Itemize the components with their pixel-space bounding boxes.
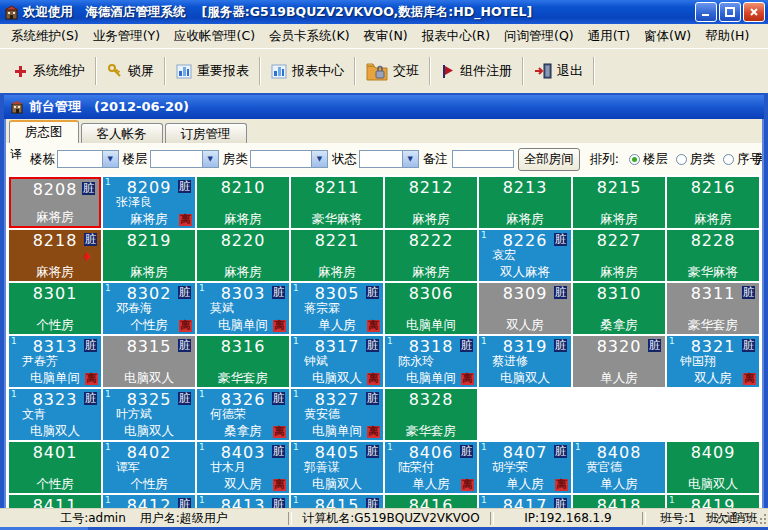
room-cell-8309[interactable]: 8309脏双人房 bbox=[479, 283, 571, 334]
room-cell-8211[interactable]: 8211豪华麻将 bbox=[291, 177, 383, 228]
room-cell-8222[interactable]: 8222麻将房 bbox=[385, 230, 477, 281]
all-rooms-button[interactable]: 全部房间 bbox=[518, 148, 580, 171]
room-cell-8219[interactable]: 8219麻将房 bbox=[103, 230, 195, 281]
room-cell-8407[interactable]: 18407脏胡学荣单人房离 bbox=[479, 442, 571, 493]
room-cell-8311[interactable]: 8311脏豪华套房 bbox=[667, 283, 759, 334]
room-cell-8321[interactable]: 18321脏钟国翔双人房离 bbox=[667, 336, 759, 387]
room-cell-8303[interactable]: 18303脏莫斌电脑单间离 bbox=[197, 283, 289, 334]
room-type-select[interactable]: ▼ bbox=[250, 150, 328, 168]
room-cell-8317[interactable]: 18317脏钟斌电脑双人离 bbox=[291, 336, 383, 387]
room-type: 豪华套房 bbox=[667, 317, 759, 332]
room-type: 麻将房 bbox=[103, 264, 195, 279]
toolbar-report-center-button[interactable]: 报表中心 bbox=[262, 57, 353, 85]
room-cell-8310[interactable]: 8310桑拿房 bbox=[573, 283, 665, 334]
room-cell-8419[interactable]: 18419 bbox=[667, 495, 759, 508]
room-cell-8415[interactable]: 18415脏 bbox=[291, 495, 383, 508]
toolbar-component-register-button[interactable]: 组件注册 bbox=[432, 57, 521, 85]
radio-icon bbox=[723, 154, 734, 165]
room-cell-8220[interactable]: 8220麻将房 bbox=[197, 230, 289, 281]
room-cell-8402[interactable]: 18402谭军个性房 bbox=[103, 442, 195, 493]
room-cell-8403[interactable]: 18403脏甘木月双人房离 bbox=[197, 442, 289, 493]
menu-item-window[interactable]: 窗体(W) bbox=[637, 25, 698, 48]
room-cell-8405[interactable]: 18405脏郭善谋电脑双人 bbox=[291, 442, 383, 493]
room-cell-8320[interactable]: 8320脏单人房 bbox=[573, 336, 665, 387]
menu-item-inquiry[interactable]: 问询管理(Q) bbox=[497, 25, 581, 48]
room-cell-8318[interactable]: 18318脏陈永玲电脑单间离 bbox=[385, 336, 477, 387]
room-cell-8210[interactable]: 8210麻将房 bbox=[197, 177, 289, 228]
close-button[interactable] bbox=[743, 2, 765, 22]
room-cell-8315[interactable]: 8315脏电脑双人 bbox=[103, 336, 195, 387]
room-cell-8413[interactable]: 18413脏 bbox=[197, 495, 289, 508]
building-select[interactable]: ▼ bbox=[57, 150, 119, 168]
room-cell-8301[interactable]: 8301个性房 bbox=[9, 283, 101, 334]
tab-guest-accounts[interactable]: 客人帐务 bbox=[81, 123, 163, 143]
minimize-button[interactable] bbox=[695, 2, 717, 22]
sort-radio-room-type[interactable]: 房类 bbox=[676, 151, 715, 168]
status-select[interactable]: ▼ bbox=[359, 150, 419, 168]
toolbar-shift-handover-button[interactable]: 交班 bbox=[357, 56, 428, 86]
menu-item-general[interactable]: 通用(T) bbox=[581, 25, 637, 48]
guest-name: 胡学荣 bbox=[479, 461, 571, 476]
room-cell-8305[interactable]: 18305脏蒋宗霖单人房离 bbox=[291, 283, 383, 334]
room-cell-8216[interactable]: 8216麻将房 bbox=[667, 177, 759, 228]
room-cell-8215[interactable]: 8215麻将房 bbox=[573, 177, 665, 228]
menu-item-night-audit[interactable]: 夜审(N) bbox=[357, 25, 415, 48]
toolbar-system-maintenance-button[interactable]: 系统维护 bbox=[4, 57, 94, 85]
dirty-badge: 脏 bbox=[554, 233, 567, 246]
room-cell-8218[interactable]: 8218脏麻将房♦ bbox=[9, 230, 101, 281]
toolbar-important-reports-button[interactable]: 重要报表 bbox=[167, 57, 258, 85]
toolbar-exit-button[interactable]: 退出 bbox=[525, 57, 592, 85]
room-cell-8411[interactable]: 8411 bbox=[9, 495, 101, 508]
guest-name bbox=[385, 196, 477, 211]
room-cell-8418[interactable]: 8418 bbox=[573, 495, 665, 508]
room-cell-8412[interactable]: 18412脏 bbox=[103, 495, 195, 508]
room-cell-8401[interactable]: 8401个性房 bbox=[9, 442, 101, 493]
room-cell-8416[interactable]: 8416 bbox=[385, 495, 477, 508]
room-type: 麻将房 bbox=[573, 264, 665, 279]
room-cell-8226[interactable]: 18226脏哀宏双人麻将 bbox=[479, 230, 571, 281]
room-type: 麻将房 bbox=[11, 209, 99, 224]
maximize-button[interactable] bbox=[719, 2, 741, 22]
room-cell-8209[interactable]: 18209脏张泽良麻将房离 bbox=[103, 177, 195, 228]
room-cell-8208[interactable]: 8208脏麻将房 bbox=[9, 177, 101, 228]
menu-item-system-maintenance[interactable]: 系统维护(S) bbox=[4, 25, 86, 48]
room-cell-8323[interactable]: 18323脏文青电脑双人 bbox=[9, 389, 101, 440]
room-cell-8213[interactable]: 8213麻将房 bbox=[479, 177, 571, 228]
menu-item-help[interactable]: 帮助(H) bbox=[698, 25, 756, 48]
room-cell-8316[interactable]: 8316豪华套房 bbox=[197, 336, 289, 387]
menu-item-receivables[interactable]: 应收帐管理(C) bbox=[167, 25, 262, 48]
note-filter-label: 备注 bbox=[423, 151, 448, 168]
room-cell-8306[interactable]: 8306电脑单间 bbox=[385, 283, 477, 334]
room-cell-8302[interactable]: 18302脏邓春海个性房离 bbox=[103, 283, 195, 334]
room-cell-8326[interactable]: 18326脏何德荣桑拿房离 bbox=[197, 389, 289, 440]
guest-name: 钟斌 bbox=[291, 355, 383, 370]
menu-item-membership-card[interactable]: 会员卡系统(K) bbox=[262, 25, 356, 48]
menu-item-report-center[interactable]: 报表中心(R) bbox=[415, 25, 497, 48]
note-input[interactable] bbox=[452, 150, 514, 168]
room-cell-8212[interactable]: 8212麻将房 bbox=[385, 177, 477, 228]
room-cell-8228[interactable]: 8228豪华麻将 bbox=[667, 230, 759, 281]
floor-select[interactable]: ▼ bbox=[150, 150, 219, 168]
room-grid: 8208脏麻将房18209脏张泽良麻将房离8210麻将房8211豪华麻将8212… bbox=[6, 175, 762, 508]
menu-item-business[interactable]: 业务管理(Y) bbox=[86, 25, 167, 48]
resize-grip[interactable] bbox=[754, 512, 766, 524]
room-cell-8319[interactable]: 18319脏蔡进修电脑双人 bbox=[479, 336, 571, 387]
dirty-badge: 脏 bbox=[178, 180, 191, 193]
dirty-badge: 脏 bbox=[742, 286, 755, 299]
tab-room-status-map[interactable]: 房态图 bbox=[9, 120, 79, 143]
tab-reservations[interactable]: 订房管理 bbox=[165, 123, 247, 143]
room-type: 个性房 bbox=[9, 317, 101, 332]
room-cell-8406[interactable]: 18406脏陆荣付单人房离 bbox=[385, 442, 477, 493]
room-cell-8325[interactable]: 18325脏叶方斌电脑双人 bbox=[103, 389, 195, 440]
room-cell-8327[interactable]: 18327脏黄安德电脑单间离 bbox=[291, 389, 383, 440]
chevron-down-icon: ▼ bbox=[202, 151, 218, 167]
room-cell-8417[interactable]: 18417脏 bbox=[479, 495, 571, 508]
room-cell-8408[interactable]: 18408黄官德单人房 bbox=[573, 442, 665, 493]
sort-radio-floor[interactable]: 楼层 bbox=[629, 151, 668, 168]
room-cell-8409[interactable]: 8409电脑双人 bbox=[667, 442, 759, 493]
room-cell-8328[interactable]: 8328豪华套房 bbox=[385, 389, 477, 440]
room-cell-8221[interactable]: 8221麻将房 bbox=[291, 230, 383, 281]
room-cell-8313[interactable]: 18313脏尹春芳电脑单间离 bbox=[9, 336, 101, 387]
room-cell-8227[interactable]: 8227麻将房 bbox=[573, 230, 665, 281]
toolbar-lock-screen-button[interactable]: 锁屏 bbox=[98, 57, 163, 85]
